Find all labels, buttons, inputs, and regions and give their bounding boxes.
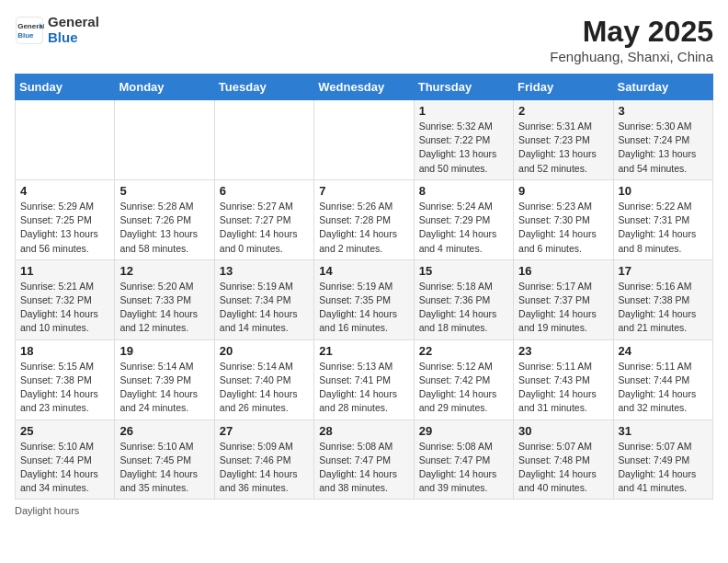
calendar-cell: 3Sunrise: 5:30 AM Sunset: 7:24 PM Daylig… [613, 100, 712, 180]
month-title: May 2025 [550, 15, 713, 49]
day-number: 6 [220, 184, 309, 198]
calendar-cell: 22Sunrise: 5:12 AM Sunset: 7:42 PM Dayli… [414, 339, 513, 419]
day-info: Sunrise: 5:18 AM Sunset: 7:36 PM Dayligh… [419, 280, 508, 336]
calendar-cell: 6Sunrise: 5:27 AM Sunset: 7:27 PM Daylig… [214, 179, 313, 259]
calendar-cell: 1Sunrise: 5:32 AM Sunset: 7:22 PM Daylig… [414, 100, 513, 180]
day-number: 11 [20, 264, 109, 278]
calendar-cell: 17Sunrise: 5:16 AM Sunset: 7:38 PM Dayli… [613, 259, 712, 339]
day-number: 20 [220, 344, 309, 358]
day-header-wednesday: Wednesday [314, 75, 414, 100]
calendar-cell [314, 100, 414, 180]
calendar-cell: 2Sunrise: 5:31 AM Sunset: 7:23 PM Daylig… [514, 100, 613, 180]
calendar-body: 1Sunrise: 5:32 AM Sunset: 7:22 PM Daylig… [16, 100, 713, 500]
calendar-week-5: 25Sunrise: 5:10 AM Sunset: 7:44 PM Dayli… [16, 419, 713, 500]
day-number: 17 [619, 264, 708, 278]
day-info: Sunrise: 5:09 AM Sunset: 7:46 PM Dayligh… [220, 440, 309, 496]
day-number: 12 [119, 264, 209, 278]
calendar-cell: 9Sunrise: 5:23 AM Sunset: 7:30 PM Daylig… [514, 179, 613, 259]
day-info: Sunrise: 5:10 AM Sunset: 7:45 PM Dayligh… [119, 440, 209, 496]
day-number: 4 [20, 184, 109, 198]
calendar-week-3: 11Sunrise: 5:21 AM Sunset: 7:32 PM Dayli… [16, 259, 713, 339]
logo-icon: General Blue [15, 16, 44, 45]
day-info: Sunrise: 5:13 AM Sunset: 7:41 PM Dayligh… [319, 360, 408, 416]
day-info: Sunrise: 5:15 AM Sunset: 7:38 PM Dayligh… [20, 360, 109, 416]
calendar-cell: 12Sunrise: 5:20 AM Sunset: 7:33 PM Dayli… [115, 259, 214, 339]
days-header-row: SundayMondayTuesdayWednesdayThursdayFrid… [16, 75, 713, 100]
day-info: Sunrise: 5:14 AM Sunset: 7:39 PM Dayligh… [119, 360, 209, 416]
day-header-tuesday: Tuesday [214, 75, 313, 100]
day-number: 23 [518, 344, 608, 358]
calendar-cell: 23Sunrise: 5:11 AM Sunset: 7:43 PM Dayli… [514, 339, 613, 419]
location-subtitle: Fenghuang, Shanxi, China [550, 49, 713, 64]
day-number: 7 [319, 184, 408, 198]
day-info: Sunrise: 5:08 AM Sunset: 7:47 PM Dayligh… [319, 440, 408, 496]
day-info: Sunrise: 5:12 AM Sunset: 7:42 PM Dayligh… [419, 360, 508, 416]
day-info: Sunrise: 5:24 AM Sunset: 7:29 PM Dayligh… [419, 200, 508, 256]
day-number: 1 [419, 104, 508, 118]
day-info: Sunrise: 5:27 AM Sunset: 7:27 PM Dayligh… [220, 200, 309, 256]
day-info: Sunrise: 5:11 AM Sunset: 7:44 PM Dayligh… [619, 360, 708, 416]
day-header-saturday: Saturday [613, 75, 712, 100]
calendar-cell: 25Sunrise: 5:10 AM Sunset: 7:44 PM Dayli… [16, 419, 115, 500]
day-number: 30 [518, 424, 608, 438]
day-info: Sunrise: 5:10 AM Sunset: 7:44 PM Dayligh… [20, 440, 109, 496]
day-number: 18 [20, 344, 109, 358]
calendar-week-2: 4Sunrise: 5:29 AM Sunset: 7:25 PM Daylig… [16, 179, 713, 259]
calendar-cell: 29Sunrise: 5:08 AM Sunset: 7:47 PM Dayli… [414, 419, 513, 500]
day-info: Sunrise: 5:22 AM Sunset: 7:31 PM Dayligh… [619, 200, 708, 256]
calendar-cell: 21Sunrise: 5:13 AM Sunset: 7:41 PM Dayli… [314, 339, 414, 419]
day-number: 26 [119, 424, 209, 438]
calendar-week-4: 18Sunrise: 5:15 AM Sunset: 7:38 PM Dayli… [16, 339, 713, 419]
calendar-cell: 24Sunrise: 5:11 AM Sunset: 7:44 PM Dayli… [613, 339, 712, 419]
calendar-cell: 30Sunrise: 5:07 AM Sunset: 7:48 PM Dayli… [514, 419, 613, 500]
day-info: Sunrise: 5:19 AM Sunset: 7:34 PM Dayligh… [220, 280, 309, 336]
logo-blue-text: Blue [48, 30, 99, 46]
calendar-cell: 13Sunrise: 5:19 AM Sunset: 7:34 PM Dayli… [214, 259, 313, 339]
calendar-cell: 14Sunrise: 5:19 AM Sunset: 7:35 PM Dayli… [314, 259, 414, 339]
day-number: 14 [319, 264, 408, 278]
day-number: 3 [619, 104, 708, 118]
day-number: 2 [518, 104, 608, 118]
day-number: 22 [419, 344, 508, 358]
calendar-cell: 27Sunrise: 5:09 AM Sunset: 7:46 PM Dayli… [214, 419, 313, 500]
day-number: 9 [518, 184, 608, 198]
calendar-cell: 26Sunrise: 5:10 AM Sunset: 7:45 PM Dayli… [115, 419, 214, 500]
calendar-week-1: 1Sunrise: 5:32 AM Sunset: 7:22 PM Daylig… [16, 100, 713, 180]
calendar-cell: 5Sunrise: 5:28 AM Sunset: 7:26 PM Daylig… [115, 179, 214, 259]
calendar-table: SundayMondayTuesdayWednesdayThursdayFrid… [15, 74, 713, 500]
calendar-cell: 11Sunrise: 5:21 AM Sunset: 7:32 PM Dayli… [16, 259, 115, 339]
day-info: Sunrise: 5:28 AM Sunset: 7:26 PM Dayligh… [119, 200, 209, 256]
day-number: 28 [319, 424, 408, 438]
day-info: Sunrise: 5:07 AM Sunset: 7:48 PM Dayligh… [518, 440, 608, 496]
day-number: 27 [220, 424, 309, 438]
calendar-cell: 19Sunrise: 5:14 AM Sunset: 7:39 PM Dayli… [115, 339, 214, 419]
day-number: 24 [619, 344, 708, 358]
day-info: Sunrise: 5:31 AM Sunset: 7:23 PM Dayligh… [518, 120, 608, 176]
day-number: 13 [220, 264, 309, 278]
day-header-thursday: Thursday [414, 75, 513, 100]
day-number: 5 [119, 184, 209, 198]
day-number: 31 [619, 424, 708, 438]
day-info: Sunrise: 5:11 AM Sunset: 7:43 PM Dayligh… [518, 360, 608, 416]
day-info: Sunrise: 5:21 AM Sunset: 7:32 PM Dayligh… [20, 280, 109, 336]
calendar-header: SundayMondayTuesdayWednesdayThursdayFrid… [16, 75, 713, 100]
day-header-sunday: Sunday [16, 75, 115, 100]
day-info: Sunrise: 5:23 AM Sunset: 7:30 PM Dayligh… [518, 200, 608, 256]
day-number: 16 [518, 264, 608, 278]
logo-general-text: General [48, 15, 99, 30]
day-info: Sunrise: 5:17 AM Sunset: 7:37 PM Dayligh… [518, 280, 608, 336]
day-info: Sunrise: 5:07 AM Sunset: 7:49 PM Dayligh… [619, 440, 708, 496]
day-number: 19 [119, 344, 209, 358]
calendar-cell: 4Sunrise: 5:29 AM Sunset: 7:25 PM Daylig… [16, 179, 115, 259]
calendar-cell: 8Sunrise: 5:24 AM Sunset: 7:29 PM Daylig… [414, 179, 513, 259]
day-info: Sunrise: 5:30 AM Sunset: 7:24 PM Dayligh… [619, 120, 708, 176]
day-info: Sunrise: 5:32 AM Sunset: 7:22 PM Dayligh… [419, 120, 508, 176]
day-info: Sunrise: 5:20 AM Sunset: 7:33 PM Dayligh… [119, 280, 209, 336]
calendar-cell: 7Sunrise: 5:26 AM Sunset: 7:28 PM Daylig… [314, 179, 414, 259]
title-area: May 2025 Fenghuang, Shanxi, China [550, 15, 713, 64]
day-number: 25 [20, 424, 109, 438]
calendar-cell: 20Sunrise: 5:14 AM Sunset: 7:40 PM Dayli… [214, 339, 313, 419]
day-info: Sunrise: 5:16 AM Sunset: 7:38 PM Dayligh… [619, 280, 708, 336]
logo: General Blue General Blue [15, 15, 99, 45]
day-number: 29 [419, 424, 508, 438]
